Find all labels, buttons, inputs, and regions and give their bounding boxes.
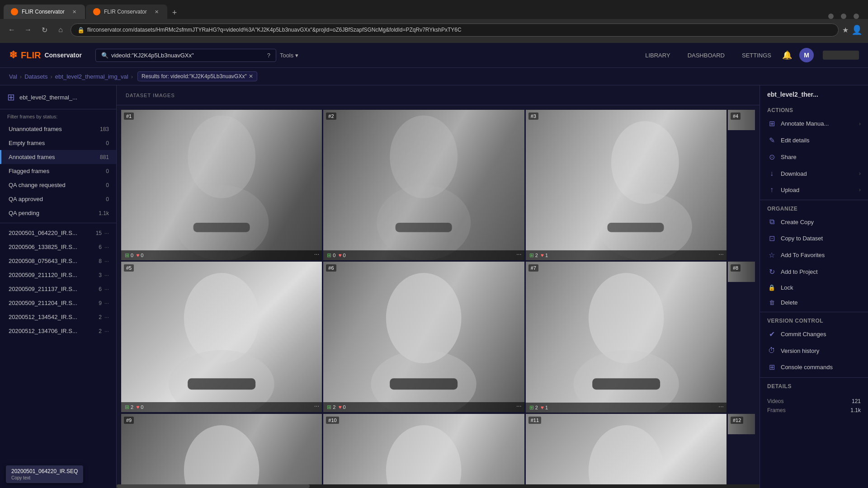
image-cell-2[interactable]: #2 ⊞ 0 ♥ 0 ··· <box>323 110 524 260</box>
image-more-3[interactable]: ··· <box>718 250 724 258</box>
action-lock[interactable]: 🔒 Lock <box>760 280 868 295</box>
sidebar-item-flagged[interactable]: Flagged frames 0 <box>0 164 116 178</box>
sidebar-item-qa-pending-label: QA pending <box>9 210 99 216</box>
sidebar-item-empty[interactable]: Empty frames 0 <box>0 136 116 150</box>
image-cell-8[interactable]: #8 <box>728 262 755 282</box>
tab-close-1[interactable]: ✕ <box>71 8 78 15</box>
image-more-7[interactable]: ··· <box>718 403 724 410</box>
action-commit-changes[interactable]: ✔ Commit Changes <box>760 326 868 343</box>
version-history-icon: ⏱ <box>767 347 776 355</box>
image-overlay-5: ⊞ 2 ♥ 0 ··· <box>121 402 322 412</box>
video-item-more-5[interactable]: ··· <box>104 300 109 306</box>
video-item-more-1[interactable]: ··· <box>104 244 109 250</box>
bookmark-icon[interactable]: ★ <box>842 26 849 34</box>
action-edit-details[interactable]: ✎ Edit details <box>760 132 868 149</box>
video-item-more-3[interactable]: ··· <box>104 272 109 278</box>
search-bar[interactable]: 🔍 videoId:"KJ2K4p5Lb3nuavGXx" ? <box>95 49 276 62</box>
h-scrollbar-thumb[interactable] <box>117 484 310 488</box>
anno-icon-1b: ♥ <box>136 252 139 258</box>
image-cell-9[interactable]: #9 ⊞ 2 ♥ 0 ··· <box>121 414 322 488</box>
action-copy-to-dataset[interactable]: ⊡ Copy to Dataset <box>760 230 868 247</box>
tab-1[interactable]: FLIR Conservator ✕ <box>4 5 85 19</box>
video-item-more-2[interactable]: ··· <box>104 258 109 264</box>
action-share[interactable]: ⊙ Share <box>760 149 868 165</box>
image-cell-12[interactable]: #12 <box>728 414 755 434</box>
image-cell-3[interactable]: #3 ⊞ 2 ♥ 1 ··· <box>526 110 726 260</box>
tab-2[interactable]: FLIR Conservator ✕ <box>86 5 167 19</box>
action-add-to-project[interactable]: ↻ Add to Project <box>760 263 868 280</box>
bell-icon[interactable]: 🔔 <box>782 50 792 60</box>
close-button[interactable] <box>854 14 859 19</box>
face-svg-9 <box>121 414 322 488</box>
breadcrumb-datasets[interactable]: Datasets <box>24 73 47 80</box>
anno-badge-3a: ⊞ 2 <box>529 252 538 258</box>
top-nav: ❄ FLIR Conservator 🔍 videoId:"KJ2K4p5Lb3… <box>0 43 868 68</box>
sidebar-item-qa-change[interactable]: QA change requested 0 <box>0 178 116 192</box>
sidebar-video-item-4[interactable]: 20200509_211137_IR.S... 6 ··· <box>0 282 116 296</box>
image-more-5[interactable]: ··· <box>314 402 320 409</box>
image-cell-6[interactable]: #6 ⊞ 2 ♥ 0 ··· <box>323 262 524 412</box>
image-more-1[interactable]: ··· <box>314 250 320 258</box>
image-cell-5[interactable]: #5 ⊞ 2 ♥ 0 ··· <box>121 262 322 412</box>
sidebar-dataset-name: ebt_level2_thermal_... <box>19 94 77 101</box>
h-scrollbar[interactable] <box>117 484 760 488</box>
tools-button[interactable]: Tools ▾ <box>280 52 298 59</box>
sidebar-item-unannotated[interactable]: Unannotated frames 183 <box>0 122 116 136</box>
new-tab-button[interactable]: + <box>168 6 181 19</box>
sidebar-item-qa-approved[interactable]: QA approved 0 <box>0 192 116 206</box>
forward-button[interactable]: → <box>22 23 34 36</box>
sidebar-item-qa-pending[interactable]: QA pending 1.1k <box>0 206 116 220</box>
tab-close-2[interactable]: ✕ <box>153 8 160 15</box>
url-bar[interactable]: 🔒 flirconservator.com/datasets/HmRMc2sfm… <box>71 23 839 37</box>
anno-count-5a: 2 <box>131 404 133 410</box>
action-add-to-favorites[interactable]: ☆ Add To Favorites <box>760 247 868 263</box>
image-cell-11[interactable]: #11 ⊞ 2 ♥ 0 ··· <box>526 414 726 488</box>
sidebar-video-item-3[interactable]: 20200509_211120_IR.S... 3 ··· <box>0 268 116 282</box>
organize-section-header: Organize <box>760 202 868 214</box>
action-upload[interactable]: ↑ Upload › <box>760 182 868 198</box>
action-console-commands[interactable]: ⊞ Console commands <box>760 359 868 375</box>
action-download[interactable]: ↓ Download › <box>760 165 868 182</box>
help-icon[interactable]: ? <box>267 52 270 59</box>
image-cell-10[interactable]: #10 ⊞ 2 ♥ 0 ··· <box>323 414 524 488</box>
video-item-more-4[interactable]: ··· <box>104 286 109 292</box>
action-delete[interactable]: 🗑 Delete <box>760 295 868 310</box>
nav-library[interactable]: LIBRARY <box>643 50 672 61</box>
image-cell-4[interactable]: #4 <box>728 110 755 130</box>
action-annotate[interactable]: ⊞ Annotate Manua... › <box>760 115 868 132</box>
avatar[interactable]: M <box>799 48 814 62</box>
sidebar-video-item-7[interactable]: 20200512_134706_IR.S... 2 ··· <box>0 324 116 338</box>
thermal-image-3 <box>526 110 726 260</box>
image-more-2[interactable]: ··· <box>516 250 522 258</box>
sidebar-item-annotated[interactable]: Annotated frames 881 <box>0 150 116 164</box>
image-cell-1[interactable]: #1 ⊞ 0 ♥ 0 ··· <box>121 110 322 260</box>
breadcrumb-search-input[interactable] <box>260 73 278 80</box>
nav-links: LIBRARY DASHBOARD SETTINGS <box>643 50 773 61</box>
nav-settings[interactable]: SETTINGS <box>740 50 773 61</box>
profile-icon[interactable]: 👤 <box>851 24 863 35</box>
back-button[interactable]: ← <box>5 23 18 36</box>
sidebar-video-item-2[interactable]: 20200508_075643_IR.S... 8 ··· <box>0 254 116 268</box>
image-more-6[interactable]: ··· <box>516 402 522 409</box>
sidebar-video-item-1[interactable]: 20200506_133825_IR.S... 6 ··· <box>0 240 116 254</box>
breadcrumb-val[interactable]: Val <box>9 73 17 80</box>
sidebar-video-item-5[interactable]: 20200509_211204_IR.S... 9 ··· <box>0 296 116 310</box>
image-cell-7[interactable]: #7 ⊞ 2 ♥ 1 ··· <box>526 262 726 412</box>
breadcrumb-dataset-name[interactable]: ebt_level2_thermal_img_val <box>55 73 128 80</box>
anno-count-6b: 0 <box>343 404 346 410</box>
video-item-more-7[interactable]: ··· <box>104 328 109 334</box>
video-item-more-6[interactable]: ··· <box>104 314 109 320</box>
maximize-button[interactable] <box>841 14 846 19</box>
action-version-history[interactable]: ⏱ Version history <box>760 343 868 359</box>
action-create-copy[interactable]: ⧉ Create Copy <box>760 214 868 230</box>
lock-icon: 🔒 <box>77 27 85 33</box>
filter-close-icon[interactable]: ✕ <box>249 73 253 80</box>
sidebar-video-item-6[interactable]: 20200512_134542_IR.S... 2 ··· <box>0 310 116 324</box>
nav-dashboard[interactable]: DASHBOARD <box>686 50 726 61</box>
minimize-button[interactable] <box>828 14 834 19</box>
video-item-more-0[interactable]: ··· <box>104 230 109 236</box>
sidebar-video-item-0[interactable]: 20200501_064220_IR.S... 15 ··· 20200501_… <box>0 226 116 240</box>
home-button[interactable]: ⌂ <box>54 23 67 36</box>
details-section-header: Details <box>760 380 868 391</box>
reload-button[interactable]: ↻ <box>38 23 51 36</box>
